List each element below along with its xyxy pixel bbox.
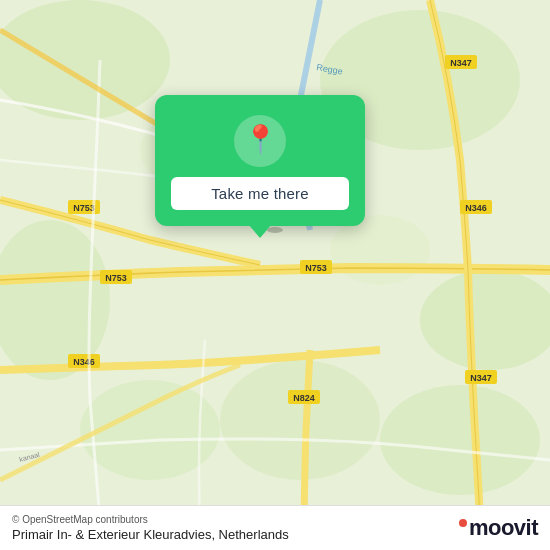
svg-text:N753: N753 xyxy=(105,273,127,283)
location-name: Primair In- & Exterieur Kleuradvies, Net… xyxy=(12,527,289,542)
map-container: Regge N753 N753 N347 N346 N347 N753 N346… xyxy=(0,0,550,550)
map-svg: Regge N753 N753 N347 N346 N347 N753 N346… xyxy=(0,0,550,550)
svg-text:N753: N753 xyxy=(305,263,327,273)
svg-text:N346: N346 xyxy=(73,357,95,367)
location-icon-circle: 📍 xyxy=(234,115,286,167)
svg-text:N753: N753 xyxy=(73,203,95,213)
svg-text:N346: N346 xyxy=(465,203,487,213)
svg-text:N347: N347 xyxy=(470,373,492,383)
bottom-bar: © OpenStreetMap contributors Primair In-… xyxy=(0,505,550,550)
svg-point-7 xyxy=(380,385,540,495)
svg-text:N824: N824 xyxy=(293,393,315,403)
svg-text:N347: N347 xyxy=(450,58,472,68)
take-me-there-button[interactable]: Take me there xyxy=(171,177,349,210)
bottom-left: © OpenStreetMap contributors Primair In-… xyxy=(12,514,289,542)
moovit-brand-text: moovit xyxy=(469,515,538,541)
svg-point-5 xyxy=(220,360,380,480)
moovit-dot xyxy=(459,519,467,527)
location-pin-icon: 📍 xyxy=(243,126,278,154)
moovit-logo: moovit xyxy=(459,515,538,541)
osm-attribution: © OpenStreetMap contributors xyxy=(12,514,289,525)
location-popup: 📍 Take me there xyxy=(155,95,365,226)
